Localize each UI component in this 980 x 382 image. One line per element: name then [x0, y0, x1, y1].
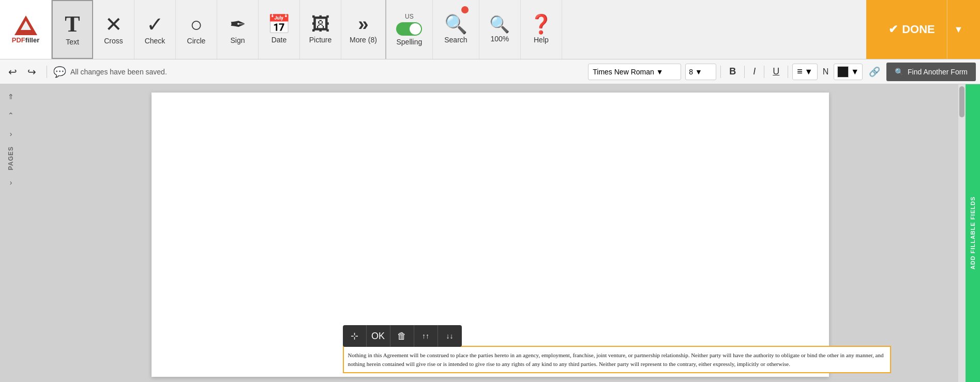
- font-selector[interactable]: Times New Roman ▼: [588, 64, 681, 80]
- nav-up-button[interactable]: ⌃: [3, 107, 19, 124]
- undo-redo-group: ↩ ↪: [4, 64, 40, 80]
- separator-5: [788, 66, 788, 78]
- tool-sign[interactable]: ✒ Sign: [217, 0, 259, 59]
- page: ⊹ OK 🗑 ↑↑ ↓↓ Nothing in this Agreement w…: [152, 93, 829, 377]
- done-label: DONE: [902, 23, 935, 36]
- ok-label: OK: [371, 331, 385, 342]
- tool-cross-label: Cross: [104, 37, 123, 45]
- logo[interactable]: PDFfiller: [0, 0, 52, 59]
- align-icon: ≡: [797, 66, 803, 77]
- help-area[interactable]: ❓ Help: [521, 0, 562, 59]
- tool-date[interactable]: 📅 Date: [259, 0, 300, 59]
- help-label: Help: [534, 36, 549, 44]
- nav-expand-button-2[interactable]: ›: [3, 174, 19, 191]
- search-icon: 🔍: [444, 15, 468, 34]
- up-icon: ⌃: [8, 111, 14, 119]
- scrollbar-thumb[interactable]: [959, 86, 964, 117]
- tool-sign-label: Sign: [230, 36, 245, 44]
- right-sidebar[interactable]: ADD FILLABLE FIELDS: [966, 84, 980, 382]
- logo-text: PDFfiller: [12, 36, 39, 44]
- save-status: All changes have been saved.: [70, 68, 582, 76]
- link-icon: 🔗: [869, 66, 880, 78]
- tool-more-label: More (8): [350, 36, 377, 44]
- pages-label: PAGES: [7, 146, 14, 170]
- color-picker[interactable]: ▼: [834, 64, 863, 80]
- text-box[interactable]: Nothing in this Agreement will be constr…: [343, 346, 891, 373]
- undo-button[interactable]: ↩: [4, 64, 21, 80]
- select-icon: ⊹: [351, 330, 358, 342]
- text-box-toolbar: ⊹ OK 🗑 ↑↑ ↓↓: [343, 325, 462, 347]
- tool-check[interactable]: ✓ Check: [134, 0, 176, 59]
- scrollbar[interactable]: [958, 84, 966, 382]
- tool-circle-label: Circle: [187, 37, 206, 45]
- logo-triangle: [14, 16, 37, 35]
- spelling-area[interactable]: US Spelling: [386, 0, 433, 59]
- link-button[interactable]: 🔗: [865, 64, 884, 80]
- font-name: Times New Roman: [593, 68, 654, 76]
- spelling-label: Spelling: [396, 38, 422, 46]
- tool-cross[interactable]: ✕ Cross: [93, 0, 134, 59]
- spelling-toggle-knob: [410, 23, 421, 35]
- increase-size-icon: ↑↑: [422, 332, 429, 340]
- top-toolbar: PDFfiller T Text ✕ Cross ✓ Check ○ Circl…: [0, 0, 980, 59]
- color-dropdown-icon: ▼: [851, 67, 859, 77]
- spelling-toggle[interactable]: [396, 22, 422, 36]
- sign-icon: ✒: [230, 14, 246, 34]
- separator-2: [720, 66, 721, 78]
- find-form-icon: 🔍: [895, 68, 903, 76]
- check-icon: ✓: [146, 14, 164, 35]
- circle-icon: ○: [190, 14, 202, 35]
- right-icon-2: ›: [10, 178, 12, 187]
- right-icon: ›: [10, 130, 12, 138]
- tool-text[interactable]: T Text: [52, 0, 93, 59]
- done-dropdown-icon: ▼: [954, 24, 963, 35]
- cross-icon: ✕: [105, 14, 123, 35]
- text-delete-button[interactable]: 🗑: [390, 325, 414, 347]
- tool-picture[interactable]: 🖼 Picture: [300, 0, 341, 59]
- zoom-icon: 🔍: [489, 16, 510, 33]
- find-form-label: Find Another Form: [908, 68, 968, 76]
- separator-4: [764, 66, 764, 78]
- nav-up-double-button[interactable]: ⇑: [3, 88, 19, 105]
- align-selector[interactable]: ≡ ▼: [792, 64, 817, 80]
- text-content: Nothing in this Agreement will be constr…: [348, 352, 884, 367]
- help-icon: ❓: [530, 15, 553, 34]
- italic-button[interactable]: I: [749, 64, 760, 80]
- bold-button[interactable]: B: [725, 64, 740, 80]
- zoom-label: 100%: [491, 35, 509, 43]
- zoom-area[interactable]: 🔍 100%: [479, 0, 521, 59]
- redo-button[interactable]: ↪: [23, 64, 40, 80]
- format-toolbar: ↩ ↪ 💬 All changes have been saved. Times…: [0, 59, 980, 84]
- done-dropdown-button[interactable]: ▼: [947, 0, 970, 59]
- text-increase-size-button[interactable]: ↑↑: [414, 325, 438, 347]
- done-button[interactable]: ✔ DONE ▼: [866, 0, 980, 59]
- done-button-main[interactable]: ✔ DONE: [877, 0, 947, 59]
- color-swatch: [837, 66, 849, 78]
- delete-icon: 🗑: [397, 331, 406, 342]
- tool-check-label: Check: [145, 37, 165, 45]
- text-ok-button[interactable]: OK: [367, 325, 390, 347]
- find-another-form-button[interactable]: 🔍 Find Another Form: [886, 63, 976, 81]
- text-select-button[interactable]: ⊹: [343, 325, 367, 347]
- search-area[interactable]: 🔍 Search: [433, 0, 479, 59]
- n-button[interactable]: N: [820, 64, 832, 80]
- font-size-selector[interactable]: 8 ▼: [685, 64, 716, 80]
- picture-icon: 🖼: [311, 15, 330, 34]
- underline-button[interactable]: U: [768, 64, 783, 80]
- document-area[interactable]: ⊹ OK 🗑 ↑↑ ↓↓ Nothing in this Agreement w…: [22, 84, 958, 382]
- tool-more[interactable]: » More (8): [341, 0, 386, 59]
- separator-3: [744, 66, 745, 78]
- separator-1: [47, 66, 47, 78]
- date-icon: 📅: [267, 15, 291, 34]
- nav-expand-button[interactable]: ›: [3, 126, 19, 142]
- font-size-value: 8: [689, 68, 693, 76]
- tool-date-label: Date: [272, 36, 287, 44]
- double-up-icon: ⇑: [8, 93, 14, 101]
- tool-circle[interactable]: ○ Circle: [176, 0, 217, 59]
- text-decrease-size-button[interactable]: ↓↓: [438, 325, 462, 347]
- align-dropdown-icon: ▼: [805, 67, 813, 77]
- tool-text-label: Text: [66, 38, 79, 46]
- main-area: ⇑ ⌃ › PAGES › ⊹ OK 🗑: [0, 84, 980, 382]
- right-sidebar-label: ADD FILLABLE FIELDS: [970, 196, 976, 269]
- comment-icon[interactable]: 💬: [53, 66, 66, 78]
